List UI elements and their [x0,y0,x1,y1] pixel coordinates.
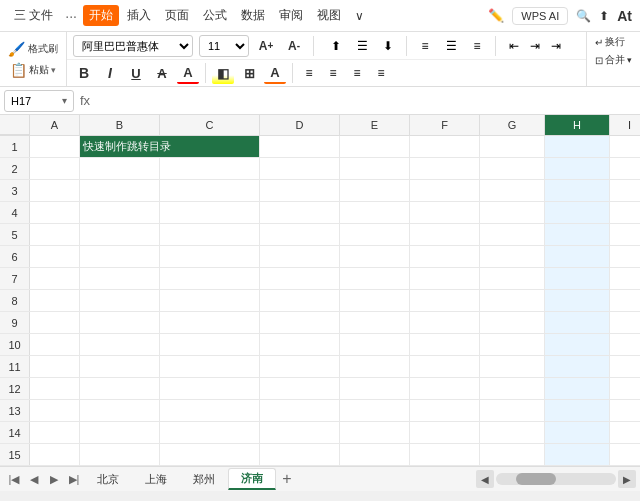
cell-d12[interactable] [260,378,340,399]
paste-button[interactable]: 📋 粘贴 ▾ [6,60,60,80]
cell-c12[interactable] [160,378,260,399]
cell-g1[interactable] [480,136,545,157]
cell-d15[interactable] [260,444,340,465]
row-header-15[interactable]: 15 [0,444,30,465]
cell-g6[interactable] [480,246,545,267]
cell-g13[interactable] [480,400,545,421]
col-header-d[interactable]: D [260,115,340,135]
font-size-increase-button[interactable]: A+ [255,35,277,57]
col-header-b[interactable]: B [80,115,160,135]
sheet-tab-jinan[interactable]: 济南 [228,468,276,490]
bold-button[interactable]: B [73,62,95,84]
cell-i7[interactable] [610,268,640,289]
row-header-12[interactable]: 12 [0,378,30,399]
cell-c8[interactable] [160,290,260,311]
cell-h6[interactable] [545,246,610,267]
font-name-select[interactable]: 阿里巴巴普惠体 [73,35,193,57]
cell-b6[interactable] [80,246,160,267]
cell-g4[interactable] [480,202,545,223]
cell-f5[interactable] [410,224,480,245]
add-sheet-button[interactable]: + [276,468,298,490]
cell-e1[interactable] [340,136,410,157]
cell-c7[interactable] [160,268,260,289]
align-center2-button[interactable]: ≡ [323,63,343,83]
cell-g7[interactable] [480,268,545,289]
align-middle-button[interactable]: ☰ [352,36,372,56]
cell-i11[interactable] [610,356,640,377]
cell-h10[interactable] [545,334,610,355]
cell-f10[interactable] [410,334,480,355]
cell-a11[interactable] [30,356,80,377]
cell-d13[interactable] [260,400,340,421]
cell-c14[interactable] [160,422,260,443]
sheet-tab-shanghai[interactable]: 上海 [132,468,180,490]
cell-c13[interactable] [160,400,260,421]
cell-f13[interactable] [410,400,480,421]
align-top-button[interactable]: ⬆ [326,36,346,56]
sheet-prev-button[interactable]: ◀ [24,469,44,489]
cell-c6[interactable] [160,246,260,267]
cell-i1[interactable] [610,136,640,157]
cell-i3[interactable] [610,180,640,201]
cell-d6[interactable] [260,246,340,267]
cell-b12[interactable] [80,378,160,399]
cell-h11[interactable] [545,356,610,377]
font-color-button[interactable]: A [177,62,199,84]
cell-a15[interactable] [30,444,80,465]
cell-h9[interactable] [545,312,610,333]
cell-f1[interactable] [410,136,480,157]
cell-e6[interactable] [340,246,410,267]
cell-b7[interactable] [80,268,160,289]
cell-d7[interactable] [260,268,340,289]
cell-e15[interactable] [340,444,410,465]
cell-b10[interactable] [80,334,160,355]
col-header-g[interactable]: G [480,115,545,135]
cell-i14[interactable] [610,422,640,443]
cell-c3[interactable] [160,180,260,201]
cell-e4[interactable] [340,202,410,223]
cell-f11[interactable] [410,356,480,377]
cell-e2[interactable] [340,158,410,179]
cell-b11[interactable] [80,356,160,377]
cell-c15[interactable] [160,444,260,465]
menu-file[interactable]: 三 文件 [8,5,59,26]
cell-b15[interactable] [80,444,160,465]
cell-b1[interactable]: 快速制作跳转目录 [80,136,260,157]
row-header-13[interactable]: 13 [0,400,30,421]
cell-i12[interactable] [610,378,640,399]
align-left-button[interactable]: ≡ [415,36,435,56]
cell-i8[interactable] [610,290,640,311]
cell-g9[interactable] [480,312,545,333]
cell-e5[interactable] [340,224,410,245]
cell-a8[interactable] [30,290,80,311]
indent-more-button[interactable]: ⇥ [546,36,566,56]
cell-d9[interactable] [260,312,340,333]
cell-g3[interactable] [480,180,545,201]
upload-icon[interactable]: ⬆ [599,9,609,23]
cell-i6[interactable] [610,246,640,267]
cell-h8[interactable] [545,290,610,311]
cell-h14[interactable] [545,422,610,443]
cell-d8[interactable] [260,290,340,311]
cell-h7[interactable] [545,268,610,289]
menu-insert[interactable]: 插入 [121,5,157,26]
menu-formula[interactable]: 公式 [197,5,233,26]
cell-d1[interactable] [260,136,340,157]
cell-e7[interactable] [340,268,410,289]
row-header-8[interactable]: 8 [0,290,30,311]
scroll-right-button[interactable]: ▶ [618,470,636,488]
cell-b14[interactable] [80,422,160,443]
cell-b13[interactable] [80,400,160,421]
italic-button[interactable]: I [99,62,121,84]
cell-f14[interactable] [410,422,480,443]
row-header-2[interactable]: 2 [0,158,30,179]
font-size-select[interactable]: 11 [199,35,249,57]
cell-c2[interactable] [160,158,260,179]
col-header-c[interactable]: C [160,115,260,135]
cell-i9[interactable] [610,312,640,333]
cell-a13[interactable] [30,400,80,421]
cell-f4[interactable] [410,202,480,223]
cell-e9[interactable] [340,312,410,333]
cell-g11[interactable] [480,356,545,377]
increase-indent-button[interactable]: ⇥ [525,36,545,56]
